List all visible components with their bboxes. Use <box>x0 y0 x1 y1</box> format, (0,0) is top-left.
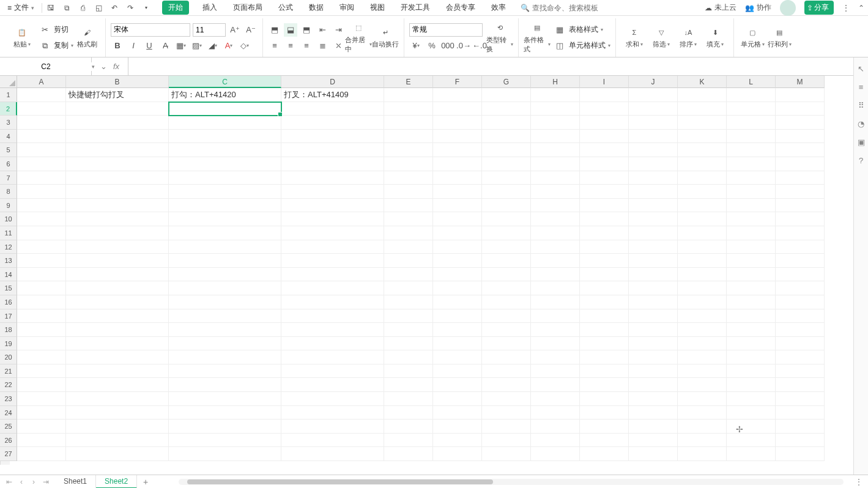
cell-F2[interactable] <box>433 102 482 116</box>
cell-L8[interactable] <box>727 185 776 199</box>
cell-reference-input[interactable] <box>0 62 92 71</box>
cell-G21[interactable] <box>482 364 531 379</box>
cell-H15[interactable] <box>531 281 580 295</box>
copy-label[interactable]: 复制 <box>54 40 69 51</box>
row-header-4[interactable]: 4 <box>0 130 17 144</box>
cell-J22[interactable] <box>629 378 678 392</box>
cell-K9[interactable] <box>678 199 727 213</box>
sheet-tab-1[interactable]: Sheet1 <box>55 475 96 489</box>
cell-E18[interactable] <box>384 323 433 337</box>
cell-B21[interactable] <box>66 364 169 379</box>
cell-M1[interactable] <box>776 88 825 102</box>
cell-B14[interactable] <box>66 268 169 282</box>
cell-I3[interactable] <box>580 116 629 130</box>
row-header-13[interactable]: 13 <box>0 254 17 268</box>
cell-G14[interactable] <box>482 268 531 282</box>
cell-H23[interactable] <box>531 392 580 406</box>
cell-K21[interactable] <box>678 364 727 379</box>
cell-H21[interactable] <box>531 364 580 379</box>
save-icon[interactable]: 🖫 <box>46 3 56 13</box>
cell-D11[interactable] <box>281 226 384 240</box>
merge-center-button[interactable]: ⬚ 合并居中▾ <box>345 18 372 57</box>
cell-D3[interactable] <box>281 116 384 130</box>
col-header-C[interactable]: C <box>169 76 281 88</box>
cell-L10[interactable] <box>727 212 776 226</box>
cell-A21[interactable] <box>17 364 66 379</box>
cell-H25[interactable] <box>531 420 580 434</box>
cell-A7[interactable] <box>17 171 66 185</box>
undo-icon[interactable]: ↶ <box>109 3 119 13</box>
cell-E20[interactable] <box>384 350 433 364</box>
cell-D27[interactable] <box>281 447 384 461</box>
share-button[interactable]: ⇪分享 <box>804 1 834 15</box>
row-header-21[interactable]: 21 <box>0 364 17 379</box>
cell-C3[interactable] <box>169 116 281 130</box>
template-icon[interactable]: ▣ <box>856 137 866 147</box>
cell-A14[interactable] <box>17 268 66 282</box>
cell-E8[interactable] <box>384 185 433 199</box>
tab-efficiency[interactable]: 效率 <box>489 1 508 15</box>
paste-button[interactable]: 📋 粘贴▾ <box>9 18 35 57</box>
row-header-16[interactable]: 16 <box>0 295 17 309</box>
cell-L21[interactable] <box>727 364 776 379</box>
cell-M17[interactable] <box>776 309 825 323</box>
more-icon[interactable]: ⋮ <box>842 4 850 12</box>
cell-H20[interactable] <box>531 350 580 364</box>
cell-J21[interactable] <box>629 364 678 379</box>
cell-G23[interactable] <box>482 392 531 406</box>
comma-icon[interactable]: 000 <box>441 39 454 53</box>
cell-I20[interactable] <box>580 350 629 364</box>
cell-G24[interactable] <box>482 406 531 420</box>
cell-C1[interactable]: 打勾：ALT+41420 <box>169 88 281 102</box>
bold-icon[interactable]: B <box>111 39 124 53</box>
format-painter-button[interactable]: 🖌 格式刷 <box>73 18 100 57</box>
cell-F22[interactable] <box>433 378 482 392</box>
col-header-D[interactable]: D <box>281 76 384 88</box>
cell-E19[interactable] <box>384 337 433 351</box>
cell-L13[interactable] <box>727 254 776 268</box>
cell-C15[interactable] <box>169 281 281 295</box>
name-box[interactable]: ▾ <box>0 57 92 75</box>
cell-D19[interactable] <box>281 337 384 351</box>
fill-color-icon[interactable]: ◢▾ <box>206 39 220 53</box>
cell-G16[interactable] <box>482 295 531 309</box>
cell-H2[interactable] <box>531 102 580 116</box>
cell-I11[interactable] <box>580 226 629 240</box>
cell-G26[interactable] <box>482 434 531 448</box>
cell-F13[interactable] <box>433 254 482 268</box>
cell-E22[interactable] <box>384 378 433 392</box>
cell-L22[interactable] <box>727 378 776 392</box>
row-header-2[interactable]: 2 <box>0 102 17 116</box>
cell-F17[interactable] <box>433 309 482 323</box>
cell-K25[interactable] <box>678 420 727 434</box>
cell-G15[interactable] <box>482 281 531 295</box>
align-top-icon[interactable]: ⬒ <box>268 23 281 37</box>
cell-C6[interactable] <box>169 157 281 171</box>
cell-E4[interactable] <box>384 130 433 144</box>
cell-H8[interactable] <box>531 185 580 199</box>
cell-B17[interactable] <box>66 309 169 323</box>
cell-B8[interactable] <box>66 185 169 199</box>
col-header-H[interactable]: H <box>531 76 580 88</box>
horizontal-scrollbar[interactable] <box>179 479 844 485</box>
cell-D21[interactable] <box>281 364 384 379</box>
row-header-24[interactable]: 24 <box>0 406 17 420</box>
col-header-I[interactable]: I <box>580 76 629 88</box>
cell-H5[interactable] <box>531 143 580 157</box>
help-icon[interactable]: ? <box>856 155 866 165</box>
expand-fx-icon[interactable]: ⌄ <box>100 62 107 71</box>
cell-I27[interactable] <box>580 447 629 461</box>
cell-J2[interactable] <box>629 102 678 116</box>
cell-M13[interactable] <box>776 254 825 268</box>
cell-B1[interactable]: 快捷键打勾打叉 <box>66 88 169 102</box>
cell-H16[interactable] <box>531 295 580 309</box>
cell-C11[interactable] <box>169 226 281 240</box>
type-convert-button[interactable]: ⟲ 类型转换▾ <box>486 18 513 57</box>
cell-K22[interactable] <box>678 378 727 392</box>
sheet-next-icon[interactable]: › <box>28 478 39 486</box>
cell-I19[interactable] <box>580 337 629 351</box>
cell-A23[interactable] <box>17 392 66 406</box>
cell-K3[interactable] <box>678 116 727 130</box>
cell-K11[interactable] <box>678 226 727 240</box>
cell-F14[interactable] <box>433 268 482 282</box>
